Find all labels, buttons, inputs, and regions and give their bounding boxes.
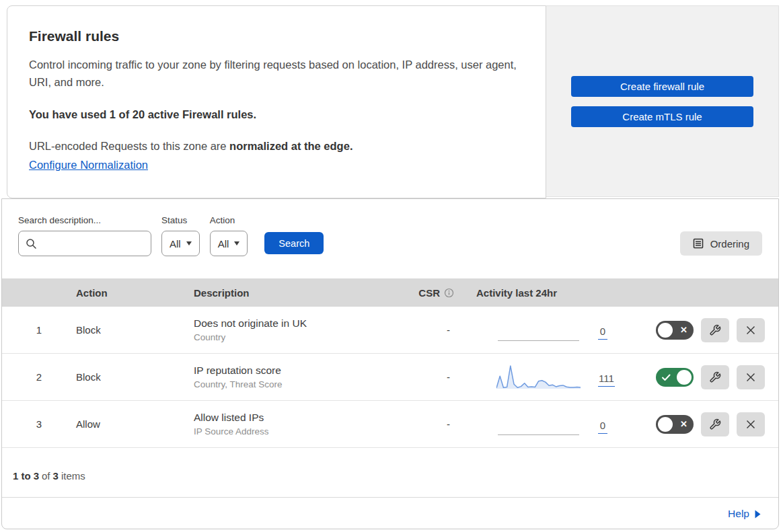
status-filter-group: Status All [161, 215, 200, 256]
help-row: Help [2, 497, 778, 529]
rule-controls: ✕ [641, 412, 765, 436]
rule-description-cell: Does not originate in UK Country [194, 317, 399, 342]
normalization-note: URL-encoded Requests to this zone are no… [29, 140, 519, 153]
actions-panel: Create firewall rule Create mTLS rule [546, 5, 779, 197]
column-header-description: Description [194, 287, 399, 299]
delete-rule-button[interactable] [737, 412, 765, 436]
rule-priority: 1 [2, 324, 76, 336]
toggle-off-x-icon: ✕ [680, 418, 687, 428]
action-dropdown[interactable]: All [210, 231, 248, 256]
delete-rule-button[interactable] [737, 365, 765, 389]
csr-header-label: CSR [418, 287, 440, 299]
ordering-list-icon [693, 238, 704, 249]
column-header-action: Action [76, 287, 194, 299]
activity-count-link[interactable]: 0 [598, 326, 607, 340]
edit-rule-button[interactable] [701, 365, 729, 389]
search-label: Search description... [18, 215, 151, 225]
close-icon [746, 420, 755, 429]
search-button[interactable]: Search [264, 232, 324, 254]
chevron-down-icon [234, 241, 239, 245]
rule-priority: 2 [2, 371, 76, 383]
table-row: 3 Allow Allow listed IPs IP Source Addre… [2, 401, 778, 448]
rule-activity-cell: 0 [466, 316, 641, 344]
search-input-wrapper [18, 231, 151, 256]
table-row: 1 Block Does not originate in UK Country… [2, 307, 778, 354]
activity-sparkline [496, 410, 581, 439]
rule-csr-value: - [399, 324, 466, 336]
rule-action: Block [76, 324, 194, 336]
delete-rule-button[interactable] [737, 318, 765, 342]
rule-toggle[interactable]: ✕ [656, 368, 694, 387]
wrench-icon [709, 324, 721, 336]
rule-csr-value: - [399, 418, 466, 430]
ordering-button-label: Ordering [710, 238, 749, 250]
rules-panel: Search description... Status All Action … [1, 198, 779, 529]
configure-normalization-link[interactable]: Configure Normalization [29, 159, 148, 171]
page-description: Control incoming traffic to your zone by… [29, 56, 519, 91]
status-label: Status [161, 215, 200, 225]
chevron-down-icon [186, 241, 192, 245]
rule-fields: Country [194, 332, 399, 342]
wrench-icon [709, 418, 721, 430]
help-arrow-icon [755, 510, 761, 519]
rule-fields: Country, Threat Score [194, 379, 399, 389]
activity-count-link[interactable]: 0 [598, 420, 607, 434]
table-row: 2 Block IP reputation score Country, Thr… [2, 354, 778, 401]
items-label: items [61, 470, 85, 482]
toggle-knob [677, 370, 692, 385]
rule-description-cell: IP reputation score Country, Threat Scor… [194, 365, 399, 389]
of-label: of [42, 470, 50, 482]
toggle-knob [658, 417, 673, 432]
toggle-on-check-icon [662, 374, 671, 381]
range-end: 3 [34, 470, 39, 482]
action-label: Action [210, 215, 248, 225]
table-header: Action Description CSR Activity last 24h… [2, 278, 778, 307]
edit-rule-button[interactable] [701, 318, 729, 342]
status-dropdown-value: All [170, 238, 181, 250]
action-filter-group: Action All [210, 215, 248, 256]
rule-toggle[interactable]: ✕ [656, 321, 694, 340]
rule-action: Block [76, 371, 194, 383]
rule-activity-cell: 0 [466, 410, 641, 439]
rule-activity-cell: 111 [466, 363, 641, 391]
top-area: Firewall rules Control incoming traffic … [0, 0, 781, 198]
rule-description-cell: Allow listed IPs IP Source Address [194, 412, 399, 436]
column-header-csr: CSR [399, 287, 466, 299]
search-input[interactable] [37, 237, 144, 250]
activity-sparkline [496, 316, 581, 344]
search-icon [26, 238, 37, 250]
normalization-bold-text: normalized at the edge. [229, 140, 352, 152]
intro-card: Firewall rules Control incoming traffic … [7, 5, 546, 198]
ordering-button[interactable]: Ordering [680, 231, 762, 256]
rule-fields: IP Source Address [194, 426, 399, 436]
activity-count-link[interactable]: 111 [598, 373, 615, 387]
edit-rule-button[interactable] [701, 412, 729, 436]
total-count: 3 [53, 470, 59, 482]
range-start: 1 to [13, 470, 31, 482]
wrench-icon [709, 371, 721, 383]
usage-summary: You have used 1 of 20 active Firewall ru… [29, 108, 519, 121]
rule-csr-value: - [399, 371, 466, 383]
normalization-text: URL-encoded Requests to this zone are [29, 140, 229, 152]
activity-sparkline [496, 363, 581, 391]
page-title: Firewall rules [29, 28, 519, 44]
rule-description: Allow listed IPs [194, 412, 399, 424]
info-icon[interactable] [444, 288, 454, 298]
search-filter-group: Search description... [18, 215, 151, 256]
rule-description: IP reputation score [194, 365, 399, 377]
toggle-off-x-icon: ✕ [680, 324, 687, 334]
create-firewall-rule-button[interactable]: Create firewall rule [571, 76, 753, 97]
rule-controls: ✕ [641, 318, 765, 342]
status-dropdown[interactable]: All [161, 231, 200, 256]
close-icon [746, 373, 755, 382]
create-mtls-rule-button[interactable]: Create mTLS rule [571, 106, 753, 127]
toggle-knob [658, 323, 673, 338]
rule-action: Allow [76, 418, 194, 430]
rule-toggle[interactable]: ✕ [656, 415, 694, 434]
filter-bar: Search description... Status All Action … [2, 199, 778, 256]
rule-priority: 3 [2, 418, 76, 430]
pagination-summary: 1 to3of3items [2, 448, 778, 497]
help-link[interactable]: Help [728, 508, 749, 520]
rule-controls: ✕ [641, 365, 765, 389]
column-header-activity: Activity last 24hr [466, 287, 641, 299]
